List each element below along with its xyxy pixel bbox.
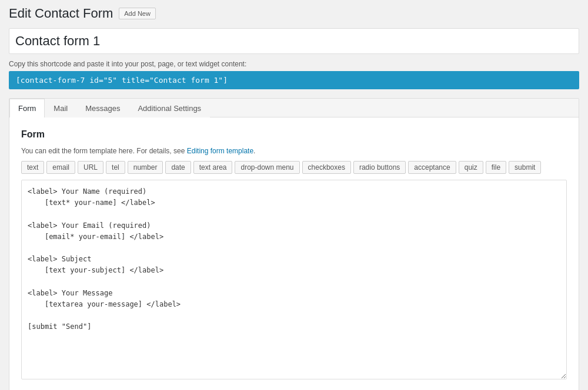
tag-btn-file[interactable]: file [486, 161, 506, 174]
tag-btn-quiz[interactable]: quiz [459, 161, 483, 174]
tab-form[interactable]: Form [9, 99, 45, 117]
tag-btn-radio[interactable]: radio buttons [353, 161, 406, 174]
tabs-container: Form Mail Messages Additional Settings F… [9, 98, 579, 390]
editing-form-template-link[interactable]: Editing form template [187, 147, 253, 155]
tag-btn-url[interactable]: URL [78, 161, 103, 174]
tag-buttons-row: text email URL tel number date text area… [21, 161, 567, 174]
tag-btn-number[interactable]: number [128, 161, 163, 174]
tag-btn-dropdown[interactable]: drop-down menu [235, 161, 299, 174]
form-section-title: Form [21, 129, 567, 140]
tag-btn-acceptance[interactable]: acceptance [408, 161, 456, 174]
tag-btn-email[interactable]: email [46, 161, 75, 174]
tag-btn-text[interactable]: text [21, 161, 44, 174]
shortcode-bar: [contact-form-7 id="5" title="Contact fo… [9, 71, 579, 89]
tag-btn-submit[interactable]: submit [509, 161, 541, 174]
tab-mail[interactable]: Mail [45, 99, 76, 117]
tag-btn-checkboxes[interactable]: checkboxes [302, 161, 351, 174]
tab-content-form: Form You can edit the form template here… [9, 117, 579, 390]
page-title: Edit Contact Form [9, 6, 113, 21]
form-help-text: You can edit the form template here. For… [21, 147, 567, 155]
tab-messages[interactable]: Messages [76, 99, 129, 117]
shortcode-label: Copy this shortcode and paste it into yo… [9, 60, 579, 68]
tag-btn-tel[interactable]: tel [106, 161, 125, 174]
tag-btn-date[interactable]: date [165, 161, 191, 174]
tabs-nav: Form Mail Messages Additional Settings [9, 99, 579, 117]
add-new-button[interactable]: Add New [119, 8, 156, 19]
tab-additional-settings[interactable]: Additional Settings [129, 99, 210, 117]
form-title-input[interactable] [9, 28, 579, 54]
form-template-textarea[interactable]: <label> Your Name (required) [text* your… [21, 180, 567, 379]
tag-btn-textarea[interactable]: text area [193, 161, 233, 174]
